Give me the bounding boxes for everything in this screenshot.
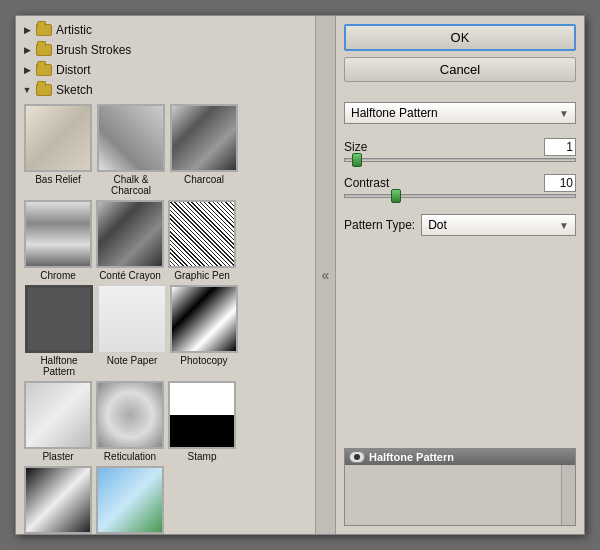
folder-icon-artistic — [36, 24, 52, 36]
expand-triangle-brushstrokes: ▶ — [22, 45, 32, 55]
filter-item-water-paper[interactable]: Water Paper — [96, 466, 164, 534]
category-label-sketch: Sketch — [56, 83, 93, 97]
category-brushstrokes[interactable]: ▶ Brush Strokes — [16, 40, 315, 60]
label-reticulation: Reticulation — [104, 451, 156, 462]
thumb-chalk-charcoal — [97, 104, 165, 172]
filter-item-charcoal[interactable]: Charcoal — [170, 104, 238, 196]
label-note-paper: Note Paper — [107, 355, 158, 366]
preview-scrollbar[interactable] — [561, 465, 575, 525]
pattern-type-label: Pattern Type: — [344, 218, 415, 232]
separator-1 — [344, 88, 576, 96]
filter-item-halftone-pattern[interactable]: Halftone Pattern — [24, 285, 94, 377]
label-photocopy: Photocopy — [180, 355, 227, 366]
filter-gallery-dialog: ▶ Artistic ▶ Brush Strokes ▶ Distort ▼ S… — [15, 15, 585, 535]
size-label: Size — [344, 140, 367, 154]
filter-item-stamp[interactable]: Stamp — [168, 381, 236, 462]
thumb-reticulation — [96, 381, 164, 449]
expand-triangle-distort: ▶ — [22, 65, 32, 75]
label-bas-relief: Bas Relief — [35, 174, 81, 185]
pattern-type-value: Dot — [428, 218, 447, 232]
filter-list-panel: ▶ Artistic ▶ Brush Strokes ▶ Distort ▼ S… — [16, 16, 316, 534]
contrast-slider-track[interactable] — [344, 194, 576, 198]
thumb-stamp — [168, 381, 236, 449]
thumb-plaster — [24, 381, 92, 449]
preview-content — [345, 465, 575, 525]
settings-panel: OK Cancel Halftone Pattern ▼ Size Contra… — [336, 16, 584, 534]
preview-header: Halftone Pattern — [345, 449, 575, 465]
category-label-distort: Distort — [56, 63, 91, 77]
category-label-artistic: Artistic — [56, 23, 92, 37]
filter-dropdown[interactable]: Halftone Pattern ▼ — [344, 102, 576, 124]
cancel-button[interactable]: Cancel — [344, 57, 576, 82]
pattern-type-dropdown[interactable]: Dot ▼ — [421, 214, 576, 236]
thumb-graphic-pen — [168, 200, 236, 268]
contrast-label: Contrast — [344, 176, 389, 190]
collapse-arrow-icon: « — [322, 267, 330, 283]
filter-item-conte-crayon[interactable]: Conté Crayon — [96, 200, 164, 281]
filter-item-chrome[interactable]: Chrome — [24, 200, 92, 281]
sketch-items-grid: Bas Relief Chalk & Charcoal Charcoal Chr… — [16, 100, 315, 534]
filter-item-reticulation[interactable]: Reticulation — [96, 381, 164, 462]
label-chrome: Chrome — [40, 270, 76, 281]
filter-categories: ▶ Artistic ▶ Brush Strokes ▶ Distort ▼ S… — [16, 16, 315, 534]
pattern-dropdown-arrow-icon: ▼ — [559, 220, 569, 231]
folder-icon-distort — [36, 64, 52, 76]
expand-triangle-sketch: ▼ — [22, 85, 32, 95]
eye-icon[interactable] — [349, 451, 365, 463]
filter-item-note-paper[interactable]: Note Paper — [98, 285, 166, 377]
label-graphic-pen: Graphic Pen — [174, 270, 230, 281]
pattern-type-row: Pattern Type: Dot ▼ — [344, 214, 576, 236]
filter-item-torn-edges[interactable]: Torn Edges — [24, 466, 92, 534]
category-label-brushstrokes: Brush Strokes — [56, 43, 131, 57]
collapse-panel-button[interactable]: « — [316, 16, 336, 534]
thumb-bas-relief — [24, 104, 92, 172]
label-chalk-charcoal: Chalk & Charcoal — [96, 174, 166, 196]
preview-title: Halftone Pattern — [369, 451, 454, 463]
thumb-chrome — [24, 200, 92, 268]
ok-button[interactable]: OK — [344, 24, 576, 51]
size-slider-thumb[interactable] — [352, 153, 362, 167]
thumb-photocopy — [170, 285, 238, 353]
label-stamp: Stamp — [188, 451, 217, 462]
contrast-slider-thumb[interactable] — [391, 189, 401, 203]
size-slider-row: Size — [344, 138, 576, 162]
filter-item-bas-relief[interactable]: Bas Relief — [24, 104, 92, 196]
folder-icon-brushstrokes — [36, 44, 52, 56]
label-charcoal: Charcoal — [184, 174, 224, 185]
dropdown-arrow-icon: ▼ — [559, 108, 569, 119]
thumb-charcoal — [170, 104, 238, 172]
label-plaster: Plaster — [42, 451, 73, 462]
category-distort[interactable]: ▶ Distort — [16, 60, 315, 80]
filter-item-chalk-charcoal[interactable]: Chalk & Charcoal — [96, 104, 166, 196]
size-slider-track[interactable] — [344, 158, 576, 162]
size-value-input[interactable] — [544, 138, 576, 156]
label-halftone-pattern: Halftone Pattern — [24, 355, 94, 377]
thumb-note-paper — [98, 285, 166, 353]
filter-dropdown-row: Halftone Pattern ▼ — [344, 102, 576, 124]
label-conte-crayon: Conté Crayon — [99, 270, 161, 281]
thumb-halftone-pattern — [25, 285, 93, 353]
preview-panel: Halftone Pattern — [344, 448, 576, 526]
folder-icon-sketch — [36, 84, 52, 96]
category-artistic[interactable]: ▶ Artistic — [16, 20, 315, 40]
filter-dropdown-value: Halftone Pattern — [351, 106, 438, 120]
thumb-water-paper — [96, 466, 164, 534]
expand-triangle-artistic: ▶ — [22, 25, 32, 35]
filter-item-photocopy[interactable]: Photocopy — [170, 285, 238, 377]
filter-item-plaster[interactable]: Plaster — [24, 381, 92, 462]
thumb-conte-crayon — [96, 200, 164, 268]
preview-image-area — [345, 465, 561, 525]
category-sketch[interactable]: ▼ Sketch — [16, 80, 315, 100]
filter-item-graphic-pen[interactable]: Graphic Pen — [168, 200, 236, 281]
thumb-torn-edges — [24, 466, 92, 534]
contrast-slider-row: Contrast — [344, 174, 576, 198]
contrast-value-input[interactable] — [544, 174, 576, 192]
